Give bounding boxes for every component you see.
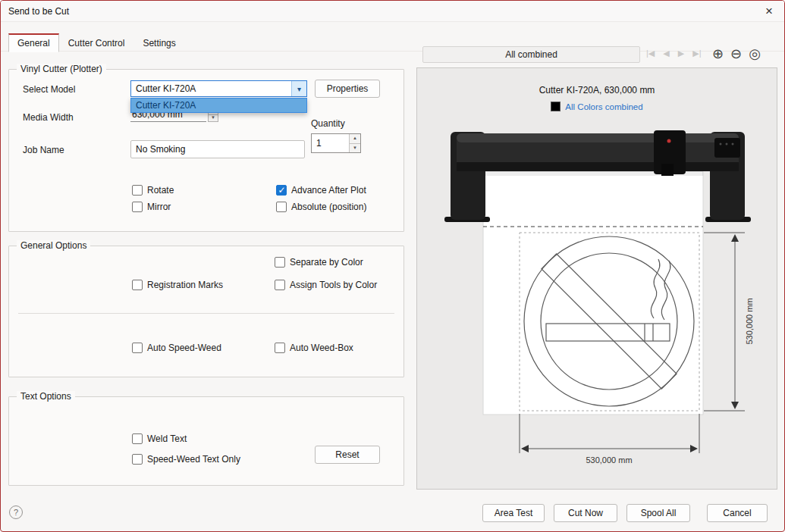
advance-after-plot-label: Advance After Plot [291,185,366,196]
previous-page-icon[interactable]: ◀ [663,49,669,58]
spin-up-icon[interactable]: ▲ [349,134,360,143]
next-page-icon[interactable]: ▶ [678,49,684,58]
media-width-label: Media Width [23,112,74,123]
checkbox-box [275,280,285,290]
dim-arrow-down [731,402,739,409]
checkbox-box [132,185,143,196]
checkbox-box [132,454,143,465]
reset-button[interactable]: Reset [315,446,380,464]
media-sheet [483,171,703,415]
spin-down-icon[interactable]: ▼ [208,115,218,122]
height-dimension [704,233,745,411]
select-model-label: Select Model [23,84,75,95]
area-test-button[interactable]: Area Test [482,504,545,522]
job-name-input[interactable]: No Smoking [130,140,305,158]
auto-weed-box-checkbox[interactable]: Auto Weed-Box [275,343,353,353]
spin-down-icon[interactable]: ▼ [349,143,360,152]
width-dim-label: 530,000 mm [586,455,632,465]
tab-cutter-control[interactable]: Cutter Control [59,34,134,52]
preview-zoom-controls: ⊕ ⊖ ◎ [712,45,761,62]
quantity-value: 1 [312,134,349,152]
checkbox-box [132,343,143,353]
absolute-position-label: Absolute (position) [291,202,366,212]
checkbox-box [276,185,287,196]
auto-speed-weed-label: Auto Speed-Weed [147,343,221,353]
separate-by-color-label: Separate by Color [290,257,363,268]
text-options-group: Text Options Weld Text Speed-Weed Text O… [8,396,404,486]
model-select-value: Cutter KI-720A [131,81,291,96]
rotate-label: Rotate [147,185,174,196]
model-dropdown-item[interactable]: Cutter KI-720A [131,99,306,112]
dim-arrow-up [731,234,739,242]
zoom-out-icon[interactable]: ⊖ [730,45,742,62]
group-divider [18,313,394,314]
quantity-spin: ▲ ▼ [349,134,360,152]
general-options-group: General Options Separate by Color Regist… [8,246,404,377]
text-options-group-title: Text Options [17,391,75,402]
height-dim-label: 530,000 mm [745,298,754,344]
model-dropdown-list: Cutter KI-720A [130,98,307,113]
tab-settings[interactable]: Settings [133,34,184,52]
checkbox-box [275,343,285,353]
registration-marks-checkbox[interactable]: Registration Marks [132,280,223,290]
checkbox-box [276,202,287,212]
dim-arrow-left [521,445,529,452]
properties-button[interactable]: Properties [315,80,380,98]
vinyl-cutter-group-title: Vinyl Cutter (Plotter) [17,64,106,74]
zoom-in-icon[interactable]: ⊕ [712,45,724,62]
vinyl-cutter-group: Vinyl Cutter (Plotter) Select Model Cutt… [8,69,404,232]
spool-all-button[interactable]: Spool All [626,504,690,522]
registration-marks-label: Registration Marks [147,280,223,290]
assign-tools-by-color-checkbox[interactable]: Assign Tools by Color [275,280,377,290]
preview-canvas: 530,000 mm 530,000 mm [417,68,778,490]
auto-weed-box-label: Auto Weed-Box [290,343,353,353]
weld-text-checkbox[interactable]: Weld Text [132,433,187,444]
speed-weed-text-only-checkbox[interactable]: Speed-Weed Text Only [132,454,240,465]
separate-by-color-checkbox[interactable]: Separate by Color [275,257,363,268]
first-page-icon[interactable]: |◀ [646,49,655,58]
absolute-position-checkbox[interactable]: Absolute (position) [276,202,366,212]
cut-now-button[interactable]: Cut Now [554,504,617,522]
advance-after-plot-checkbox[interactable]: Advance After Plot [276,185,366,196]
checkbox-box [275,257,285,268]
checkbox-box [132,280,143,290]
assign-tools-by-color-label: Assign Tools by Color [290,280,377,290]
rotate-checkbox[interactable]: Rotate [132,185,174,196]
cancel-button[interactable]: Cancel [707,504,768,522]
fit-view-icon[interactable]: ◎ [749,45,761,62]
checkbox-box [132,433,143,444]
window-title: Send to be Cut [8,6,69,17]
weld-text-label: Weld Text [147,433,187,444]
title-bar: Send to be Cut × [1,1,784,22]
mirror-label: Mirror [147,202,171,212]
chevron-down-icon[interactable]: ▾ [291,81,306,96]
auto-speed-weed-checkbox[interactable]: Auto Speed-Weed [132,343,221,353]
help-icon[interactable]: ? [9,505,23,519]
last-page-icon[interactable]: ▶| [692,49,701,58]
quantity-stepper[interactable]: 1 ▲ ▼ [311,133,361,153]
mirror-checkbox[interactable]: Mirror [132,202,171,212]
checkbox-box [132,202,143,212]
speed-weed-text-only-label: Speed-Weed Text Only [147,454,240,465]
width-dimension [520,414,699,453]
tab-strip: General Cutter Control Settings [8,33,185,52]
model-select[interactable]: Cutter KI-720A ▾ [130,80,307,97]
quantity-label: Quantity [311,118,345,129]
preview-nav: |◀ ◀ ▶ ▶| [646,49,702,58]
cut-preview-panel: Cutter KI-720A, 630,000 mm All Colors co… [416,67,777,490]
general-options-group-title: General Options [17,240,90,251]
send-to-be-cut-dialog: Send to be Cut × General Cutter Control … [0,0,785,532]
all-combined-button[interactable]: All combined [422,46,640,63]
dim-arrow-right [690,445,698,452]
tab-general[interactable]: General [8,33,59,52]
close-icon[interactable]: × [758,2,780,20]
job-name-label: Job Name [23,145,64,155]
